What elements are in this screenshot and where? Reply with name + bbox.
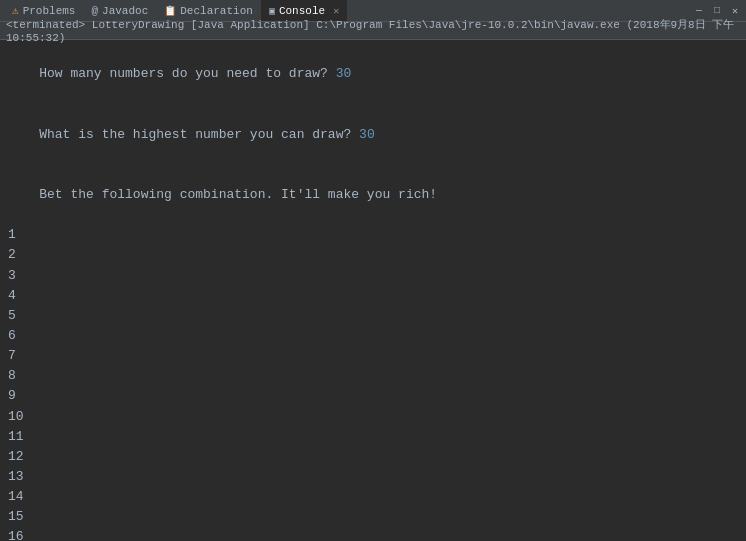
status-text: <terminated> LotteryDrawing [Java Applic…	[6, 17, 740, 44]
window-controls: — □ ✕	[692, 4, 742, 18]
line-11: 9	[8, 386, 738, 406]
line-13: 11	[8, 427, 738, 447]
console-icon: ▣	[269, 5, 275, 17]
declaration-icon: 📋	[164, 5, 176, 17]
num-4: 4	[8, 288, 16, 303]
problems-icon: ⚠	[12, 4, 19, 17]
num-1: 1	[8, 227, 16, 242]
line-9: 7	[8, 346, 738, 366]
status-bar: <terminated> LotteryDrawing [Java Applic…	[0, 22, 746, 40]
line-0: How many numbers do you need to draw? 30	[8, 44, 738, 104]
line-3: 1	[8, 225, 738, 245]
num-5: 5	[8, 308, 16, 323]
line-5: 3	[8, 266, 738, 286]
console-content: How many numbers do you need to draw? 30…	[0, 40, 746, 541]
line-1-text: What is the highest number you can draw?	[39, 127, 359, 142]
line-0-value: 30	[336, 66, 352, 81]
line-0-text: How many numbers do you need to draw?	[39, 66, 335, 81]
minimize-button[interactable]: —	[692, 4, 706, 18]
num-7: 7	[8, 348, 16, 363]
num-10: 10	[8, 409, 24, 424]
line-7: 5	[8, 306, 738, 326]
num-3: 3	[8, 268, 16, 283]
tab-problems-label: Problems	[23, 5, 76, 17]
line-15: 13	[8, 467, 738, 487]
line-10: 8	[8, 366, 738, 386]
line-1-value: 30	[359, 127, 375, 142]
tab-declaration-label: Declaration	[180, 5, 253, 17]
num-12: 12	[8, 449, 24, 464]
num-8: 8	[8, 368, 16, 383]
line-4: 2	[8, 245, 738, 265]
tab-close-icon[interactable]: ✕	[333, 5, 339, 17]
num-2: 2	[8, 247, 16, 262]
line-2: Bet the following combination. It'll mak…	[8, 165, 738, 225]
tab-javadoc-label: Javadoc	[102, 5, 148, 17]
num-13: 13	[8, 469, 24, 484]
close-button[interactable]: ✕	[728, 4, 742, 18]
line-14: 12	[8, 447, 738, 467]
line-8: 6	[8, 326, 738, 346]
line-12: 10	[8, 407, 738, 427]
num-14: 14	[8, 489, 24, 504]
num-9: 9	[8, 388, 16, 403]
maximize-button[interactable]: □	[710, 4, 724, 18]
line-1: What is the highest number you can draw?…	[8, 104, 738, 164]
line-6: 4	[8, 286, 738, 306]
line-16: 14	[8, 487, 738, 507]
tab-console-label: Console	[279, 5, 325, 17]
line-2-text: Bet the following combination. It'll mak…	[39, 187, 437, 202]
num-16: 16	[8, 529, 24, 541]
line-18: 16	[8, 527, 738, 541]
javadoc-icon: @	[91, 5, 98, 17]
line-17: 15	[8, 507, 738, 527]
num-11: 11	[8, 429, 24, 444]
num-15: 15	[8, 509, 24, 524]
num-6: 6	[8, 328, 16, 343]
